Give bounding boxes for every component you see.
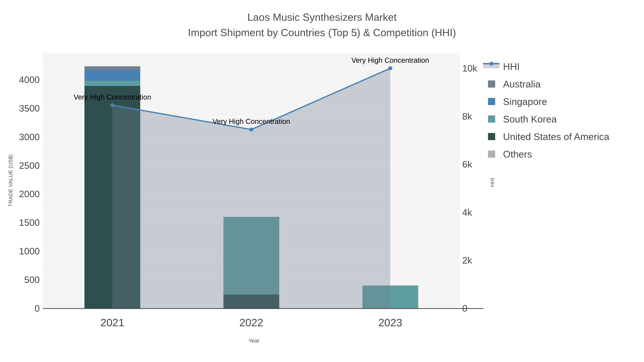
legend-swatch-icon — [483, 114, 501, 124]
y-axis-left-title: TRADE VALUE (US$) — [8, 154, 14, 207]
y-axis-right-title: HHI — [489, 178, 495, 187]
legend-swatch-icon — [483, 79, 501, 89]
legend-item-united-states-of-america[interactable]: United States of America — [483, 128, 609, 145]
x-tick-2021: 2021 — [100, 317, 124, 329]
legend-label: Singapore — [503, 96, 547, 107]
chart-canvas: Laos Music Synthesizers Market Import Sh… — [0, 0, 644, 362]
legend: HHIAustraliaSingaporeSouth KoreaUnited S… — [483, 58, 609, 163]
legend-label: South Korea — [503, 113, 557, 125]
y-right-tick-4k: 4k — [462, 207, 502, 218]
hhi-marker-2023[interactable] — [388, 66, 392, 70]
legend-item-others[interactable]: Others — [483, 145, 609, 163]
x-tick-2022: 2022 — [239, 317, 263, 329]
hhi-marker-2021[interactable] — [110, 103, 114, 107]
legend-item-hhi[interactable]: HHI — [483, 58, 609, 75]
y-left-tick-1500: 1500 — [0, 217, 40, 228]
y-left-tick-4000: 4000 — [0, 74, 40, 85]
chart-subtitle: Import Shipment by Countries (Top 5) & C… — [0, 26, 644, 38]
legend-item-singapore[interactable]: Singapore — [483, 93, 609, 110]
legend-swatch-icon — [483, 131, 501, 142]
annotation-2021: Very High Concentration — [74, 93, 151, 101]
annotation-2022: Very High Concentration — [212, 117, 290, 125]
legend-swatch-icon — [483, 96, 501, 107]
legend-swatch-icon — [483, 149, 501, 159]
legend-item-south-korea[interactable]: South Korea — [483, 110, 609, 128]
y-left-tick-2000: 2000 — [0, 189, 40, 199]
hhi-line-icon — [483, 61, 501, 72]
x-axis-line — [43, 308, 483, 309]
legend-label: Australia — [503, 78, 540, 89]
annotation-2023: Very High Concentration — [352, 56, 429, 64]
legend-label: Others — [503, 149, 532, 160]
y-left-tick-500: 500 — [0, 274, 40, 285]
hhi-area-fill — [112, 68, 390, 308]
y-left-tick-1000: 1000 — [0, 246, 40, 257]
y-left-tick-0: 0 — [0, 303, 40, 314]
y-left-tick-3500: 3500 — [0, 103, 40, 114]
y-right-tick-0: 0 — [462, 303, 502, 314]
chart-title: Laos Music Synthesizers Market — [0, 11, 644, 23]
y-left-tick-3000: 3000 — [0, 132, 40, 142]
hhi-layer — [43, 53, 460, 308]
plot-area: Very High ConcentrationVery High Concent… — [43, 53, 460, 308]
x-tick-2023: 2023 — [378, 317, 402, 329]
legend-label: HHI — [503, 61, 520, 72]
y-left-tick-2500: 2500 — [0, 160, 40, 171]
hhi-marker-2022[interactable] — [249, 127, 253, 131]
x-axis-title: Year — [249, 338, 260, 344]
legend-label: United States of America — [503, 131, 609, 142]
y-right-tick-2k: 2k — [462, 255, 502, 266]
legend-item-australia[interactable]: Australia — [483, 75, 609, 93]
